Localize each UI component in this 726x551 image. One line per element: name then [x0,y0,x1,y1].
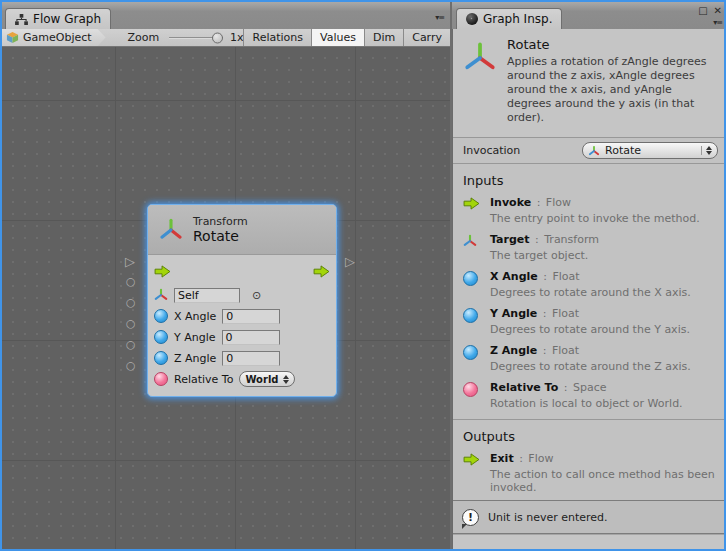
port-description: The entry point to invoke the method. [490,212,700,225]
z-angle-field[interactable]: 0 [222,351,280,366]
flow-graph-tabbar: Flow Graph ▾≡ [2,2,450,29]
window-frame: Flow Graph ▾≡ GameObject Zoom 1x Relatio… [2,2,724,549]
bolt-flow-graph-window: Flow Graph ▾≡ GameObject Zoom 1x Relatio… [0,0,726,551]
external-port-circle-self[interactable]: ○ [126,276,136,287]
close-icon[interactable]: ✕ [714,5,722,16]
flow-input-arrow-icon[interactable] [154,265,171,278]
graph-inspector-panel: Graph Insp. □ ✕ ▾≡ Rotate Applies a rota… [452,2,724,549]
external-port-circle-y-angle[interactable]: ○ [126,318,136,329]
flow-graph-panel: Flow Graph ▾≡ GameObject Zoom 1x Relatio… [2,2,450,549]
rotate-node-body: Self ⊙ X Angle 0 Y Angle 0 [148,255,336,396]
port-type: Float [552,307,579,320]
external-flow-output-triangle[interactable]: ▷ [345,255,355,268]
flow-output-arrow-icon[interactable] [313,265,330,278]
float-port-icon [463,270,490,299]
transform-icon [158,217,184,243]
outputs-section: Outputs Exit : Flow The action to call o… [453,419,724,501]
inspector-menu-icon[interactable]: ▾≡ [713,18,722,27]
external-port-circle-relative-to[interactable]: ○ [126,360,136,371]
y-angle-field[interactable]: 0 [222,330,280,345]
port-type: Flow [546,196,571,209]
gameobject-icon [6,31,19,44]
popup-arrows-icon [283,375,289,384]
carry-button[interactable]: Carry [403,29,450,46]
tab-graph-inspector[interactable]: Graph Insp. [456,8,562,29]
input-item-invoke: Invoke : Flow The entry point to invoke … [453,195,724,232]
relative-to-dropdown-value: World [245,374,278,385]
x-angle-port-icon[interactable] [154,309,168,323]
flow-arrow-icon [463,196,490,225]
invocation-dropdown-value: Rotate [605,144,696,157]
relative-to-label: Relative To [174,373,233,386]
maximize-icon[interactable]: □ [698,5,707,16]
external-port-circle-x-angle[interactable]: ○ [126,297,136,308]
inspector-tabbar: Graph Insp. □ ✕ ▾≡ [452,2,724,29]
external-port-circle-z-angle[interactable]: ○ [126,339,136,350]
node-surtitle: Transform [193,215,248,228]
port-type: Float [552,270,579,283]
port-name: Target [490,233,530,246]
window-controls: □ ✕ [698,5,722,16]
y-angle-port-icon[interactable] [154,330,168,344]
relations-button[interactable]: Relations [243,29,311,46]
zoom-slider[interactable] [169,29,223,46]
graph-canvas[interactable]: ▷ ○ ○ ○ ○ ○ ▷ Transform [2,47,450,549]
tab-graph-inspector-label: Graph Insp. [483,12,552,26]
node-row-relative-to: Relative To World [154,370,330,388]
popup-arrows-icon [701,146,712,155]
x-angle-field[interactable]: 0 [222,309,280,324]
external-flow-input-triangle[interactable]: ▷ [125,255,135,268]
port-description: Degrees to rotate around the X axis. [490,286,691,299]
z-angle-port-icon[interactable] [154,351,168,365]
float-port-icon [463,344,490,373]
inputs-heading: Inputs [453,164,724,195]
port-description: Rotation is local to object or World. [490,397,683,410]
port-name: Z Angle [490,344,537,357]
inspector-description: Applies a rotation of zAngle degrees aro… [507,55,712,125]
port-name: X Angle [490,270,538,283]
transform-axes-icon [463,233,490,262]
bottom-strip [453,534,724,549]
flow-arrow-icon [463,452,490,494]
inspector-content: Rotate Applies a rotation of zAngle degr… [452,29,724,549]
tab-flow-graph[interactable]: Flow Graph [5,8,111,29]
rotate-unit-icon [463,41,497,75]
space-port-icon [463,381,490,410]
flow-graph-menu-icon[interactable]: ▾≡ [435,13,444,22]
transform-port-icon[interactable] [154,288,168,302]
port-type: Transform [544,233,599,246]
node-row-x-angle: X Angle 0 [154,307,330,325]
input-item-relative-to: Relative To : Space Rotation is local to… [453,380,724,417]
node-title-box: Transform Rotate [193,215,248,244]
inspector-header: Rotate Applies a rotation of zAngle degr… [453,29,724,137]
rotate-node[interactable]: Transform Rotate [147,204,337,397]
node-row-y-angle: Y Angle 0 [154,328,330,346]
zoom-value: 1x [230,29,244,46]
port-description: Degrees to rotate around the Z axis. [490,360,691,373]
output-item-exit: Exit : Flow The action to call once meth… [453,451,724,501]
flow-graph-icon [15,14,28,25]
rotate-node-header[interactable]: Transform Rotate [148,205,336,255]
values-button[interactable]: Values [311,29,364,46]
relative-to-dropdown[interactable]: World [239,371,294,387]
node-row-self: Self ⊙ [154,286,330,304]
port-type: Space [573,381,607,394]
toolbar-buttons: Relations Values Dim Carry [243,29,450,46]
warning-icon: ! [462,509,479,526]
dim-button[interactable]: Dim [364,29,403,46]
zoom-slider-knob[interactable] [212,32,223,43]
self-field[interactable]: Self [174,288,240,303]
invocation-dropdown[interactable]: Rotate [582,142,718,159]
warning-text: Unit is never entered. [488,511,608,524]
x-angle-label: X Angle [174,310,216,323]
port-name: Invoke [490,196,531,209]
port-name: Exit [490,452,514,465]
input-item-target: Target : Transform The target object. [453,232,724,269]
breadcrumb-gameobject[interactable]: GameObject [2,29,106,46]
relative-to-port-icon[interactable] [154,372,168,386]
node-title: Rotate [193,228,248,244]
zoom-label: Zoom [128,29,160,46]
graph-inspector-icon [466,13,478,25]
object-picker-icon[interactable]: ⊙ [252,289,261,302]
inspector-title: Rotate [507,37,712,52]
